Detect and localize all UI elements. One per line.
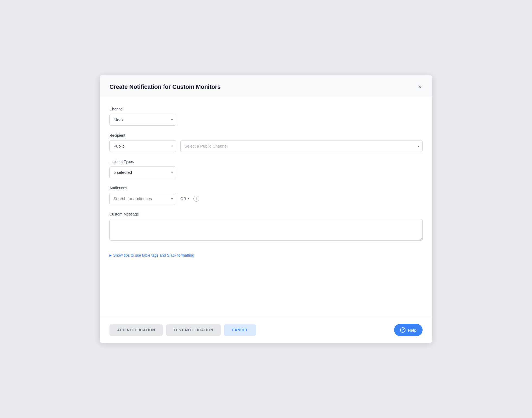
tips-link-text: Show tips to use table tags and Slack fo… [113, 253, 194, 257]
custom-message-field-group: Custom Message [109, 212, 423, 242]
incident-types-select-wrapper: 5 selected ▾ [109, 166, 176, 178]
audiences-info-icon[interactable]: i [193, 196, 199, 202]
modal-header: Create Notification for Custom Monitors … [100, 75, 432, 97]
audiences-select-wrapper: ▾ [109, 193, 176, 204]
or-chevron-icon: ▾ [188, 197, 189, 200]
channel-select-wrapper: Slack Email PagerDuty Webhook ▾ [109, 114, 176, 126]
recipient-type-select-wrapper: Public Private Direct Message ▾ [109, 140, 176, 152]
add-notification-button[interactable]: ADD NOTIFICATION [109, 324, 163, 336]
custom-message-textarea[interactable] [109, 219, 423, 241]
modal-title: Create Notification for Custom Monitors [109, 83, 220, 90]
recipient-type-select[interactable]: Public Private Direct Message [109, 140, 176, 152]
help-label: Help [408, 328, 417, 332]
test-notification-button[interactable]: TEST NOTIFICATION [166, 324, 221, 336]
recipient-channel-select-wrapper: Select a Public Channel ▾ [180, 140, 423, 152]
incident-types-field-group: Incident Types 5 selected ▾ [109, 159, 423, 178]
spacer [109, 257, 423, 312]
close-button[interactable]: × [417, 83, 423, 91]
recipient-field-group: Recipient Public Private Direct Message … [109, 133, 423, 152]
modal-overlay: Create Notification for Custom Monitors … [100, 75, 432, 343]
footer-left-buttons: ADD NOTIFICATION TEST NOTIFICATION CANCE… [109, 324, 256, 336]
or-text: OR [180, 197, 186, 201]
audiences-row: ▾ OR ▾ i [109, 193, 423, 204]
recipient-channel-select[interactable]: Select a Public Channel [180, 140, 423, 152]
channel-field-group: Channel Slack Email PagerDuty Webhook ▾ [109, 107, 423, 126]
custom-message-label: Custom Message [109, 212, 423, 216]
or-badge: OR ▾ [179, 197, 190, 201]
modal: Create Notification for Custom Monitors … [100, 75, 432, 343]
tips-arrow-icon: ▶ [109, 254, 112, 257]
cancel-button[interactable]: CANCEL [224, 324, 256, 336]
audiences-search-input[interactable] [109, 193, 176, 204]
modal-body: Channel Slack Email PagerDuty Webhook ▾ … [100, 97, 432, 318]
modal-footer: ADD NOTIFICATION TEST NOTIFICATION CANCE… [100, 318, 432, 343]
channel-select[interactable]: Slack Email PagerDuty Webhook [109, 114, 176, 126]
close-icon: × [418, 84, 421, 90]
tips-link[interactable]: ▶ Show tips to use table tags and Slack … [109, 253, 194, 257]
audiences-label: Audiences [109, 186, 423, 190]
recipient-label: Recipient [109, 133, 423, 138]
help-icon: ? [400, 327, 406, 333]
audiences-field-group: Audiences ▾ OR ▾ i [109, 186, 423, 204]
channel-label: Channel [109, 107, 423, 111]
help-button[interactable]: ? Help [394, 324, 423, 336]
incident-types-label: Incident Types [109, 159, 423, 164]
recipient-row: Public Private Direct Message ▾ Select a… [109, 140, 423, 152]
incident-types-select[interactable]: 5 selected [109, 166, 176, 178]
